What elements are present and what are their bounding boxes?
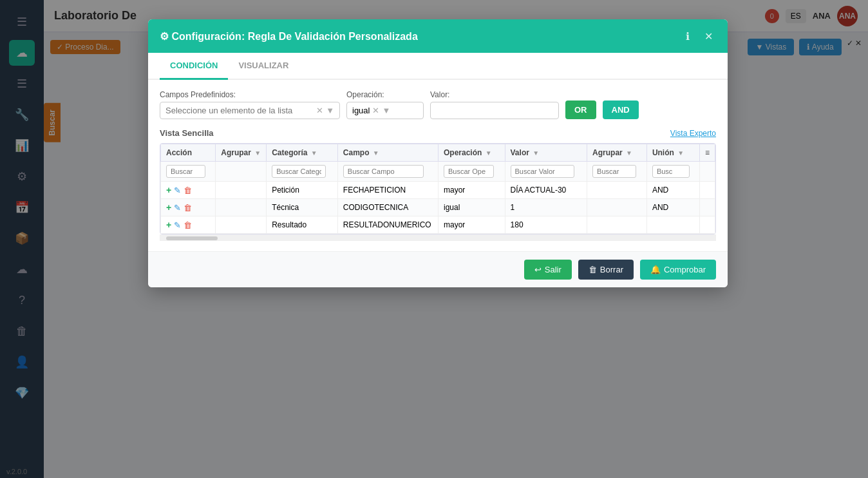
search-union[interactable] bbox=[652, 165, 690, 178]
modal-body: Campos Predefinidos: ✕ ▼ Operación: igua… bbox=[148, 80, 728, 251]
edit-row-icon-2[interactable]: ✎ bbox=[174, 220, 181, 230]
td-search-valor bbox=[505, 162, 587, 182]
th-accion: Acción bbox=[161, 144, 216, 162]
td-valor-0: DÍA ACTUAL-30 bbox=[505, 182, 587, 199]
td-union-0: AND bbox=[646, 182, 699, 199]
tab-visualizar[interactable]: VISUALIZAR bbox=[228, 53, 299, 80]
action-icons-1: + ✎ 🗑 bbox=[166, 202, 210, 213]
th-agrupar1: Agrupar ▼ bbox=[216, 144, 267, 162]
td-agrupar1-1 bbox=[216, 199, 267, 216]
search-campo[interactable] bbox=[343, 165, 424, 178]
td-valor-2: 180 bbox=[505, 216, 587, 234]
td-campo-2: RESULTADONUMERICO bbox=[337, 216, 438, 234]
td-campo-1: CODIGOTECNICA bbox=[337, 199, 438, 216]
add-row-icon-2[interactable]: + bbox=[166, 220, 171, 230]
search-valor[interactable] bbox=[511, 165, 574, 178]
action-icons-0: + ✎ 🗑 bbox=[166, 185, 210, 195]
campos-predefinidos-select[interactable]: ✕ ▼ bbox=[160, 102, 340, 119]
comprobar-icon: 🔔 bbox=[650, 265, 661, 274]
close-icon[interactable]: ✕ bbox=[701, 28, 716, 44]
tab-condicion[interactable]: CONDICIÓN bbox=[160, 53, 228, 80]
td-agrupar1-0 bbox=[216, 182, 267, 199]
clear-operacion-icon[interactable]: ✕ bbox=[372, 106, 379, 115]
info-icon[interactable]: ℹ bbox=[680, 28, 695, 44]
th-categoria: Categoría ▼ bbox=[267, 144, 338, 162]
td-accion-0: + ✎ 🗑 bbox=[161, 182, 216, 199]
valor-input[interactable] bbox=[430, 102, 559, 119]
salir-button[interactable]: ↩ Salir bbox=[524, 260, 572, 280]
search-categoria[interactable] bbox=[272, 165, 326, 178]
td-search-operacion bbox=[439, 162, 505, 182]
conditions-table: Acción Agrupar ▼ Categoría ▼ Campo ▼ Ope… bbox=[160, 144, 715, 234]
td-search-categoria bbox=[267, 162, 338, 182]
td-union-1: AND bbox=[646, 199, 699, 216]
td-operacion-0: mayor bbox=[439, 182, 505, 199]
td-search-agrupar2 bbox=[587, 162, 647, 182]
th-menu[interactable]: ≡ bbox=[699, 144, 715, 162]
campos-predefinidos-input[interactable] bbox=[165, 106, 314, 115]
td-accion-2: + ✎ 🗑 bbox=[161, 216, 216, 234]
delete-row-icon-0[interactable]: 🗑 bbox=[184, 186, 192, 195]
th-operacion: Operación ▼ bbox=[439, 144, 505, 162]
valor-group: Valor: bbox=[430, 90, 559, 119]
chevron-operacion-icon[interactable]: ▼ bbox=[382, 106, 390, 115]
table-row: + ✎ 🗑 Técnica CODIGOTECNICA igual 1 AND bbox=[161, 199, 715, 216]
td-categoria-1: Técnica bbox=[267, 199, 338, 216]
comprobar-button[interactable]: 🔔 Comprobar bbox=[640, 260, 716, 280]
or-button[interactable]: OR bbox=[565, 100, 596, 119]
operacion-select[interactable]: igual ✕ ▼ bbox=[346, 102, 424, 119]
td-categoria-0: Petición bbox=[267, 182, 338, 199]
td-categoria-2: Resultado bbox=[267, 216, 338, 234]
table-row: + ✎ 🗑 Petición FECHAPETICION mayor DÍA A… bbox=[161, 182, 715, 199]
th-campo: Campo ▼ bbox=[337, 144, 438, 162]
td-search-agrupar1 bbox=[216, 162, 267, 182]
td-extra-0 bbox=[699, 182, 715, 199]
validation-rule-modal: ⚙ Configuración: Regla De Validación Per… bbox=[148, 19, 728, 287]
td-search-campo bbox=[337, 162, 438, 182]
table-row: + ✎ 🗑 Resultado RESULTADONUMERICO mayor … bbox=[161, 216, 715, 234]
th-agrupar2: Agrupar ▼ bbox=[587, 144, 647, 162]
search-agrupar2[interactable] bbox=[592, 165, 636, 178]
table-body: + ✎ 🗑 Petición FECHAPETICION mayor DÍA A… bbox=[161, 182, 715, 234]
td-campo-0: FECHAPETICION bbox=[337, 182, 438, 199]
add-row-icon-0[interactable]: + bbox=[166, 185, 171, 195]
scrollbar-thumb[interactable] bbox=[166, 236, 218, 240]
modal-header-icons: ℹ ✕ bbox=[680, 28, 716, 44]
edit-row-icon-1[interactable]: ✎ bbox=[174, 203, 181, 213]
vista-row: Vista Sencilla Vista Experto bbox=[160, 128, 716, 138]
salir-icon: ↩ bbox=[534, 265, 542, 274]
borrar-icon: 🗑 bbox=[589, 265, 597, 274]
action-icons-2: + ✎ 🗑 bbox=[166, 220, 210, 230]
modal-title: ⚙ Configuración: Regla De Validación Per… bbox=[160, 30, 418, 43]
td-extra-1 bbox=[699, 199, 715, 216]
operacion-icons: ✕ ▼ bbox=[372, 106, 390, 115]
td-extra-2 bbox=[699, 216, 715, 234]
vista-label: Vista Sencilla bbox=[160, 128, 214, 138]
modal-footer: ↩ Salir 🗑 Borrar 🔔 Comprobar bbox=[148, 251, 728, 287]
vista-experto-link[interactable]: Vista Experto bbox=[670, 129, 716, 138]
fields-row: Campos Predefinidos: ✕ ▼ Operación: igua… bbox=[160, 90, 716, 119]
add-row-icon-1[interactable]: + bbox=[166, 202, 171, 213]
edit-row-icon-0[interactable]: ✎ bbox=[174, 186, 181, 195]
td-operacion-1: igual bbox=[439, 199, 505, 216]
clear-icon[interactable]: ✕ bbox=[316, 106, 323, 115]
table-header-row: Acción Agrupar ▼ Categoría ▼ Campo ▼ Ope… bbox=[161, 144, 715, 162]
campos-predefinidos-group: Campos Predefinidos: ✕ ▼ bbox=[160, 90, 340, 119]
chevron-down-icon[interactable]: ▼ bbox=[326, 106, 334, 115]
delete-row-icon-1[interactable]: 🗑 bbox=[184, 203, 192, 213]
td-search-extra bbox=[699, 162, 715, 182]
table-search-row bbox=[161, 162, 715, 182]
search-operacion[interactable] bbox=[444, 165, 494, 178]
borrar-button[interactable]: 🗑 Borrar bbox=[578, 260, 634, 280]
operacion-label: Operación: bbox=[346, 90, 424, 99]
delete-row-icon-2[interactable]: 🗑 bbox=[184, 220, 192, 230]
and-button[interactable]: AND bbox=[603, 100, 639, 119]
modal-header: ⚙ Configuración: Regla De Validación Per… bbox=[148, 19, 728, 53]
td-agrupar1-2 bbox=[216, 216, 267, 234]
search-accion[interactable] bbox=[166, 165, 205, 178]
campos-predefinidos-label: Campos Predefinidos: bbox=[160, 90, 340, 99]
modal-tabs: CONDICIÓN VISUALIZAR bbox=[148, 53, 728, 80]
td-accion-1: + ✎ 🗑 bbox=[161, 199, 216, 216]
horizontal-scrollbar[interactable] bbox=[160, 234, 716, 241]
operacion-value: igual bbox=[352, 106, 370, 115]
